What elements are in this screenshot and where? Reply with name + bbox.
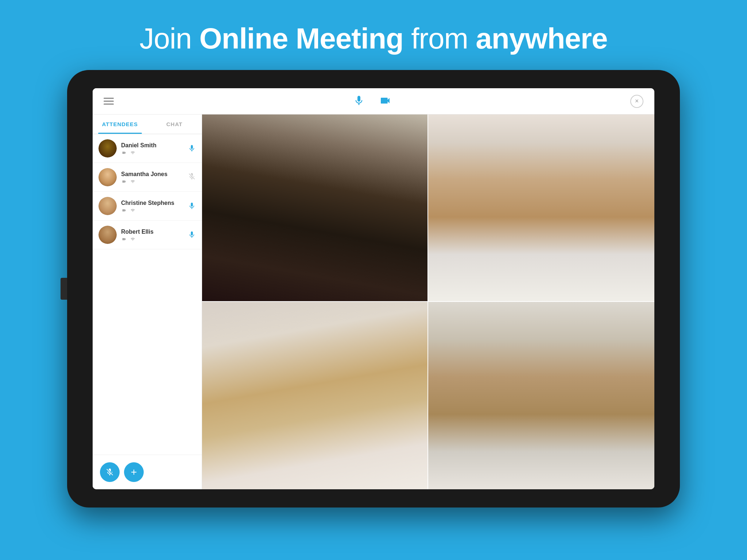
tablet-screen: × ATTENDEES CHAT [93,88,654,489]
list-item: Daniel Smith [93,134,202,163]
list-item: Christine Stephens [93,192,202,221]
video-cell-3 [202,302,428,489]
attendee-name: Daniel Smith [121,142,183,149]
top-bar: × [93,88,654,114]
headline-part1: Join [140,22,200,55]
attendee-info: Samantha Jones [121,171,183,184]
video-grid [202,114,654,489]
headline-bold1: Online Meeting [200,22,403,55]
add-participant-button[interactable] [124,462,144,482]
cam-small-icon [121,151,127,155]
video-cell-4 [428,302,654,489]
sidebar: ATTENDEES CHAT [93,114,202,489]
video-cell-1 [202,114,428,302]
mic-status-muted [188,172,196,182]
headline-part2: from [403,22,476,55]
cam-small-icon [121,237,127,241]
list-item: Samantha Jones [93,163,202,192]
attendees-list: Daniel Smith [93,134,202,455]
wifi-small-icon [130,237,136,241]
camera-button[interactable] [379,95,391,108]
tab-chat[interactable]: CHAT [147,114,202,134]
tab-bar: ATTENDEES CHAT [93,114,202,134]
headline: Join Online Meeting from anywhere [0,0,747,70]
mic-status-active [188,202,196,210]
cam-small-icon [121,208,127,213]
attendee-name: Robert Ellis [121,229,183,235]
mic-status-active [188,144,196,152]
attendee-info: Daniel Smith [121,142,183,155]
tab-attendees[interactable]: ATTENDEES [93,114,147,134]
attendee-info: Robert Ellis [121,229,183,241]
attendee-name: Samantha Jones [121,171,183,178]
attendee-name: Christine Stephens [121,200,183,206]
attendee-info: Christine Stephens [121,200,183,213]
avatar [98,226,117,244]
wifi-small-icon [130,179,136,184]
cam-small-icon [121,179,127,184]
avatar [98,197,117,215]
tablet-device: × ATTENDEES CHAT [67,70,680,508]
sidebar-bottom [93,455,202,489]
wifi-small-icon [130,151,136,155]
mic-status-active [188,231,196,239]
list-item: Robert Ellis [93,221,202,249]
avatar [98,168,117,186]
mute-toggle-button[interactable] [100,462,120,482]
microphone-button[interactable] [353,95,365,108]
close-button[interactable]: × [630,95,643,108]
content-area: ATTENDEES CHAT [93,114,654,489]
hamburger-menu-button[interactable] [104,98,114,105]
video-cell-2 [428,114,654,302]
headline-bold2: anywhere [476,22,607,55]
wifi-small-icon [130,208,136,213]
avatar [98,139,117,158]
